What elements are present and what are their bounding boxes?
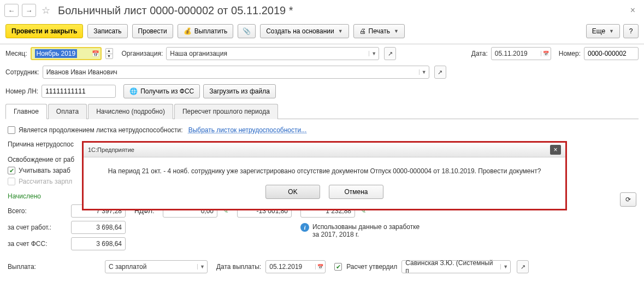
tab-payment[interactable]: Оплата [48,104,87,119]
create-based-button[interactable]: Создать на основании ▼ [260,24,348,38]
dialog-title: 1С:Предприятие [88,146,134,153]
help-button[interactable]: ? [623,24,639,38]
employee-open-button[interactable]: ↗ [434,66,446,79]
month-label: Месяц: [5,50,27,57]
approved-checkbox[interactable]: ✔ [334,263,342,271]
payout-label: Выплата: [8,263,36,271]
number-label: Номер: [559,50,581,57]
fss-value[interactable]: 3 698,64 [71,237,126,250]
get-fss-label: Получить из ФСС [140,87,194,95]
load-file-button[interactable]: Загрузить из файла [203,84,276,98]
org-label: Организация: [122,50,163,57]
ln-label: Номер ЛН: [5,87,38,95]
payout-date-value: 05.12.2019 [266,263,315,271]
org-select[interactable]: Наша организация ▼ [166,47,379,60]
calendar-icon[interactable]: 📅 [541,51,551,56]
get-fss-button[interactable]: 🌐 Получить из ФСС [123,84,200,98]
number-input[interactable] [584,47,639,60]
month-input[interactable]: Ноябрь 2019 📅 [31,47,102,60]
select-sheet-link[interactable]: Выбрать листок нетрудоспособности... [188,126,307,134]
chevron-down-icon[interactable]: ▼ [419,69,429,75]
post-button[interactable]: Провести [132,24,173,38]
info-icon: i [300,223,309,232]
tab-recalc[interactable]: Пересчет прошлого периода [174,104,278,119]
employee-label: Сотрудник: [5,68,39,76]
employer-label: за счет работ.: [8,224,68,231]
attach-button[interactable]: 📎 [238,24,256,38]
page-title: Больничный лист 0000-000002 от 05.11.201… [58,4,293,17]
ln-input[interactable] [42,85,116,98]
date-value: 05.11.2019 [492,50,541,57]
payout-date-label: Дата выплаты: [216,263,261,271]
consider-earn-label: Учитывать зараб [19,167,70,174]
create-based-label: Создать на основании [266,27,334,35]
info-text: Использованы данные о заработке за 2017,… [312,223,422,238]
continuation-checkbox[interactable] [8,126,15,134]
approved-open-button[interactable]: ↗ [517,260,529,273]
dialog-cancel-button[interactable]: Отмена [329,185,383,199]
chevron-down-icon[interactable]: ▼ [500,264,510,269]
release-label: Освобождение от раб [8,156,74,163]
paperclip-icon: 📎 [243,27,251,35]
chevron-down-icon[interactable]: ▼ [197,264,207,269]
employee-value: Иванов Иван Иванович [43,68,419,76]
org-open-button[interactable]: ↗ [384,47,396,60]
chevron-down-icon[interactable]: ▼ [369,51,379,56]
continuation-label: Является продолжением листка нетрудоспос… [19,126,183,134]
printer-icon: 🖨 [359,27,366,35]
month-value: Ноябрь 2019 [35,49,78,58]
confirm-dialog: 1С:Предприятие × На период 21 окт. - 4 н… [82,141,567,210]
more-label: Еще [592,27,605,35]
calendar-icon[interactable]: 📅 [92,50,99,57]
calc-salary-checkbox [8,178,15,185]
payout-date-input[interactable]: 05.12.2019 📅 [265,260,326,273]
chevron-down-icon: ▼ [394,28,399,34]
chevron-down-icon: ▼ [338,28,343,34]
print-label: Печать [369,27,390,35]
total-label: Всего: [8,207,68,215]
favorite-star-icon[interactable]: ☆ [39,4,52,16]
pay-label: Выплатить [194,27,228,35]
approved-label: Расчет утвердил [346,263,397,271]
refresh-button[interactable]: ⟳ [620,192,636,207]
money-icon: 💰 [184,27,192,35]
dialog-ok-button[interactable]: OK [265,185,320,199]
month-down[interactable]: ▼ [105,54,113,59]
employee-select[interactable]: Иванов Иван Иванович ▼ [43,66,429,79]
approved-value: Савинская З.Ю. (Системный п [402,259,500,274]
dialog-close-button[interactable]: × [550,145,561,155]
nav-back-button[interactable]: ← [4,4,19,17]
reason-label: Причина нетрудоспос [8,140,74,148]
print-button[interactable]: 🖨 Печать ▼ [353,24,405,38]
date-label: Дата: [471,50,488,57]
tab-accrued[interactable]: Начислено (подробно) [88,104,173,119]
pay-button[interactable]: 💰 Выплатить [178,24,234,38]
payout-value: С зарплатой [105,263,197,271]
date-input[interactable]: 05.11.2019 📅 [491,47,551,60]
fss-label: за счет ФСС: [8,240,68,248]
calendar-icon[interactable]: 📅 [315,264,325,269]
dialog-message: На период 21 окт. - 4 нояб. сотруднику у… [108,167,541,175]
calc-salary-label: Рассчитать зарпл [19,178,72,185]
tab-main[interactable]: Главное [5,104,47,119]
org-value: Наша организация [167,50,369,57]
refresh-icon: ⟳ [625,196,631,203]
approved-select[interactable]: Савинская З.Ю. (Системный п ▼ [401,260,511,273]
globe-icon: 🌐 [129,87,138,95]
payout-select[interactable]: С зарплатой ▼ [105,260,208,273]
close-icon[interactable]: × [626,3,640,17]
chevron-down-icon: ▼ [609,28,614,34]
employer-value[interactable]: 3 698,64 [71,221,126,234]
more-button[interactable]: Еще ▼ [586,24,620,38]
post-and-close-button[interactable]: Провести и закрыть [5,24,83,38]
nav-forward-button[interactable]: → [22,4,36,17]
save-button[interactable]: Записать [87,24,127,38]
month-up[interactable]: ▲ [105,48,113,54]
consider-earn-checkbox[interactable]: ✔ [8,167,15,174]
